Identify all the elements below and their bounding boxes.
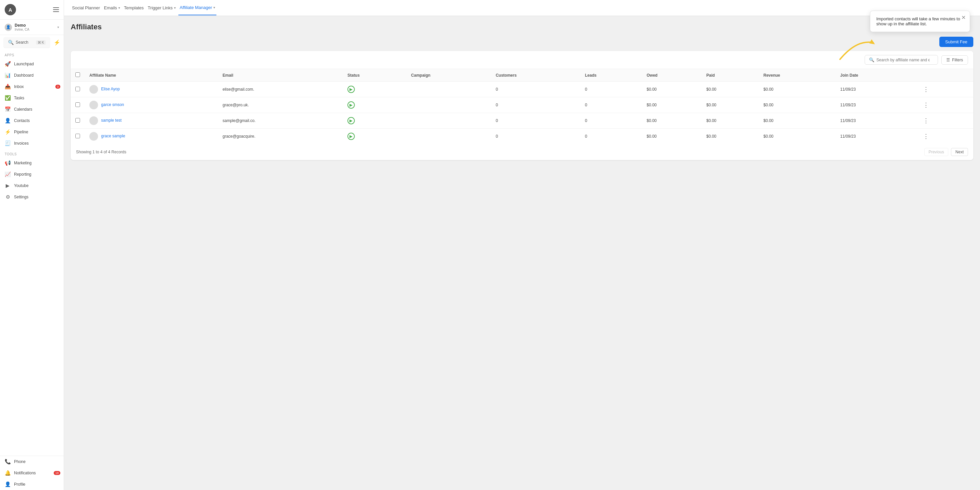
affiliate-name-2[interactable]: sample test [101,118,121,123]
row-owed-2: $0.00 [642,113,702,129]
row-checkbox-3[interactable] [71,129,85,144]
sidebar-label-phone: Phone [14,459,25,464]
row-checkbox-0[interactable] [71,82,85,97]
sidebar-bottom: 📞 Phone 🔔 Notifications 18 👤 Profile [0,456,64,490]
row-avatar-1 [89,101,98,109]
table-head: Affiliate Name Email Status Campaign Cus… [71,69,973,82]
col-owed: Owed [642,69,702,82]
topnav-arrow-affiliate-manager: ▾ [213,6,215,10]
topnav-item-social-planner[interactable]: Social Planner [71,1,101,15]
search-shortcut: ⌘ K [36,40,46,45]
marketing-icon: 📢 [5,160,11,166]
row-customers-1: 0 [491,97,581,113]
table-header-row: Affiliate Name Email Status Campaign Cus… [71,69,973,82]
sidebar-label-notifications: Notifications [14,471,36,475]
row-status-2: ▶ [343,113,406,129]
row-name-0: Elise Ayop [85,82,218,97]
row-avatar-0 [89,85,98,94]
sidebar-label-pipeline: Pipeline [14,130,29,134]
sidebar-label-launchpad: Launchpad [14,62,34,66]
sidebar-item-launchpad[interactable]: 🚀 Launchpad [0,58,64,70]
sidebar-item-phone[interactable]: 📞 Phone [0,456,64,467]
page-title: Affiliates [71,23,973,31]
sidebar-item-dashboard[interactable]: 📊 Dashboard [0,70,64,81]
filters-button[interactable]: ☰ Filters [941,55,968,65]
search-bar[interactable]: 🔍 Search ⌘ K [3,37,50,48]
sidebar-item-youtube[interactable]: ▶ Youtube [0,180,64,191]
row-paid-0: $0.00 [702,82,759,97]
reporting-icon: 📈 [5,171,11,177]
table-body: Elise Ayop elise@gmail.com. ▶ 0 0 $0.00 … [71,82,973,144]
sidebar-label-marketing: Marketing [14,161,32,165]
row-customers-2: 0 [491,113,581,129]
sidebar-label-invoices: Invoices [14,141,29,146]
notification-box: ✕ Imported contacts will take a few minu… [870,16,970,32]
search-input[interactable] [876,58,930,62]
pipeline-icon: ⚡ [5,129,11,135]
affiliate-name-0[interactable]: Elise Ayop [101,87,120,91]
contacts-icon: 👤 [5,118,11,124]
sidebar-item-invoices[interactable]: 🧾 Invoices [0,138,64,149]
col-campaign: Campaign [406,69,491,82]
row-checkbox-1[interactable] [71,97,85,113]
row-email-1: grace@pro.uk. [218,97,343,113]
sidebar-item-contacts[interactable]: 👤 Contacts [0,115,64,126]
more-button-2[interactable]: ⋮ [921,116,931,125]
row-paid-2: $0.00 [702,113,759,129]
row-leads-0: 0 [580,82,642,97]
select-all-checkbox[interactable] [75,72,80,77]
sidebar-item-marketing[interactable]: 📢 Marketing [0,158,64,169]
row-email-2: sample@gmail.co. [218,113,343,129]
topnav-item-trigger-links[interactable]: Trigger Links▾ [146,1,177,15]
menu-toggle[interactable] [53,7,59,12]
next-button[interactable]: Next [951,148,968,156]
launchpad-icon: 🚀 [5,61,11,67]
sidebar-item-calendars[interactable]: 📅 Calendars [0,103,64,115]
row-customers-3: 0 [491,129,581,144]
row-campaign-1 [406,97,491,113]
more-button-3[interactable]: ⋮ [921,132,931,141]
user-name: Demo [15,23,55,28]
topnav-item-templates[interactable]: Templates [123,1,145,15]
lightning-icon[interactable]: ⚡ [54,39,60,46]
row-more-1[interactable]: ⋮ [916,97,973,113]
topnav-item-affiliate-manager[interactable]: Affiliate Manager▾ [178,0,216,15]
badge-inbox: 0 [55,85,60,89]
sidebar-header: A [0,0,64,20]
sidebar-item-pipeline[interactable]: ⚡ Pipeline [0,126,64,138]
search-icon: 🔍 [8,40,14,45]
more-button-0[interactable]: ⋮ [921,85,931,94]
sidebar-item-profile[interactable]: 👤 Profile [0,479,64,490]
sidebar-item-reporting[interactable]: 📈 Reporting [0,169,64,180]
sidebar-label-profile: Profile [14,482,25,487]
submit-fee-button[interactable]: Submit Fee [939,37,973,47]
sidebar-item-notifications[interactable]: 🔔 Notifications 18 [0,467,64,479]
row-email-3: grace@goacquire. [218,129,343,144]
notifications-icon: 🔔 [5,470,11,476]
tasks-icon: ✅ [5,95,11,101]
sidebar-item-settings[interactable]: ⚙ Settings [0,191,64,203]
affiliate-name-1[interactable]: garce smson [101,102,124,107]
topnav-label-templates: Templates [124,5,144,10]
user-section[interactable]: 👤 Demo Irvine, CA ▾ [0,20,64,35]
sidebar-item-inbox[interactable]: 📥 Inbox 0 [0,81,64,92]
row-checkbox-2[interactable] [71,113,85,129]
affiliate-name-3[interactable]: grace sample [101,134,125,138]
row-revenue-1: $0.00 [759,97,835,113]
col-leads: Leads [580,69,642,82]
more-button-1[interactable]: ⋮ [921,101,931,109]
row-more-2[interactable]: ⋮ [916,113,973,129]
settings-icon: ⚙ [5,194,11,200]
sidebar-item-tasks[interactable]: ✅ Tasks [0,92,64,103]
row-paid-3: $0.00 [702,129,759,144]
notification-close-button[interactable]: ✕ [961,16,966,21]
row-more-0[interactable]: ⋮ [916,82,973,97]
bottom-nav: 📞 Phone 🔔 Notifications 18 👤 Profile [0,456,64,490]
row-status-3: ▶ [343,129,406,144]
tools-section-label: Tools [0,149,64,158]
status-badge-2: ▶ [347,117,355,124]
prev-button[interactable]: Previous [924,148,949,156]
row-customers-0: 0 [491,82,581,97]
row-more-3[interactable]: ⋮ [916,129,973,144]
topnav-item-emails[interactable]: Emails▾ [103,1,121,15]
